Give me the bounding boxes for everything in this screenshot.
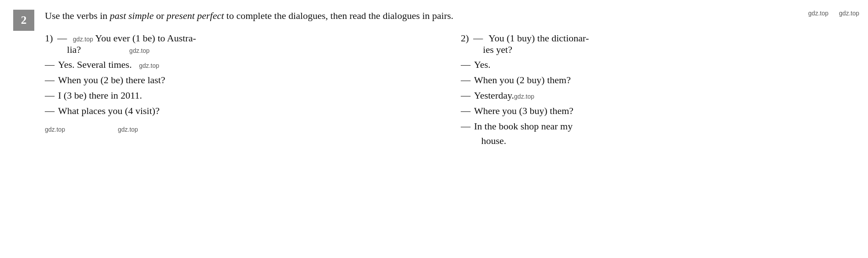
dialogue-2-number: 2) xyxy=(461,33,469,44)
exercise-container: 2 Use the verbs in past simple or presen… xyxy=(13,9,855,149)
content-area: Use the verbs in past simple or present … xyxy=(45,9,855,149)
dialogue-1-header: 1) — gdz.top You ever (1 be) to Austra- … xyxy=(45,33,439,55)
dialogue-2-line-2: — Yes. xyxy=(461,57,855,72)
watermark-1-2: gdz.top xyxy=(139,62,159,69)
dash-1-5: — xyxy=(45,103,55,118)
italic-present-perfect: present perfect xyxy=(167,10,224,21)
line-text-1-4: I (3 be) there in 2011. xyxy=(58,88,439,103)
line-text-2-4: Yesterday.gdz.top xyxy=(474,88,855,103)
dash-2-4: — xyxy=(461,88,470,103)
dialogue-2-line-4: — Yesterday.gdz.top xyxy=(461,88,855,103)
line-text-2-2: Yes. xyxy=(474,57,855,72)
dash-1-2: — xyxy=(45,57,55,72)
line-text-2-3: When you (2 buy) them? xyxy=(474,73,855,87)
instruction-text: Use the verbs in past simple or present … xyxy=(45,9,855,23)
dash-1-4: — xyxy=(45,88,55,103)
watermark-instruction-1: gdz.top xyxy=(808,9,828,18)
dash-2-6: — xyxy=(461,119,470,133)
line-text-1-2: Yes. Several times. gdz.top xyxy=(58,57,439,72)
dialogue-2-line-3: — When you (2 buy) them? xyxy=(461,73,855,87)
bottom-watermarks-left: gdz.top gdz.top xyxy=(45,126,439,133)
dash-2-5: — xyxy=(461,103,470,118)
watermark-2-4: gdz.top xyxy=(514,93,534,100)
dialogue-2: 2) — You (1 buy) the dictionar- ies yet?… xyxy=(452,33,855,149)
dash-2-1: — xyxy=(473,33,483,44)
dialogue-2-line-6: — In the book shop near my house. xyxy=(461,119,855,148)
bottom-watermark-1: gdz.top xyxy=(45,126,65,133)
italic-past-simple: past simple xyxy=(110,10,154,21)
dash-2-2: — xyxy=(461,57,470,72)
line-text-2-6: In the book shop near my house. xyxy=(474,119,855,148)
dash-1-1: — xyxy=(57,33,67,44)
exercise-number: 2 xyxy=(13,10,34,31)
dialogues-container: 1) — gdz.top You ever (1 be) to Austra- … xyxy=(45,33,855,149)
dialogue-1-line-3: — When you (2 be) there last? xyxy=(45,73,439,87)
line-text-2-5: Where you (3 buy) them? xyxy=(474,103,855,118)
dialogue-1: 1) — gdz.top You ever (1 be) to Austra- … xyxy=(45,33,452,149)
bottom-watermark-2: gdz.top xyxy=(118,126,138,133)
dialogue-2-header: 2) — You (1 buy) the dictionar- ies yet? xyxy=(461,33,855,55)
gdz-watermark-line1-left: gdz.top xyxy=(73,36,93,43)
line-text-1-3: When you (2 be) there last? xyxy=(58,73,439,87)
dash-2-3: — xyxy=(461,73,470,87)
dialogue-1-number: 1) xyxy=(45,33,53,44)
dialogue-1-line-4: — I (3 be) there in 2011. xyxy=(45,88,439,103)
dialogue-2-line-5: — Where you (3 buy) them? xyxy=(461,103,855,118)
dialogue-1-line-2: — Yes. Several times. gdz.top xyxy=(45,57,439,72)
line-text-1-5: What places you (4 visit)? xyxy=(58,103,439,118)
watermark-instruction-2: gdz.top xyxy=(839,9,859,18)
dialogue-1-line-5: — What places you (4 visit)? xyxy=(45,103,439,118)
dialogue-2-line-1: — You (1 buy) the dictionar- ies yet? xyxy=(473,33,855,55)
dialogue-1-line-1: — gdz.top You ever (1 be) to Austra- lia… xyxy=(57,33,439,55)
dash-1-3: — xyxy=(45,73,55,87)
gdz-watermark-line1-right: gdz.top xyxy=(129,47,150,54)
